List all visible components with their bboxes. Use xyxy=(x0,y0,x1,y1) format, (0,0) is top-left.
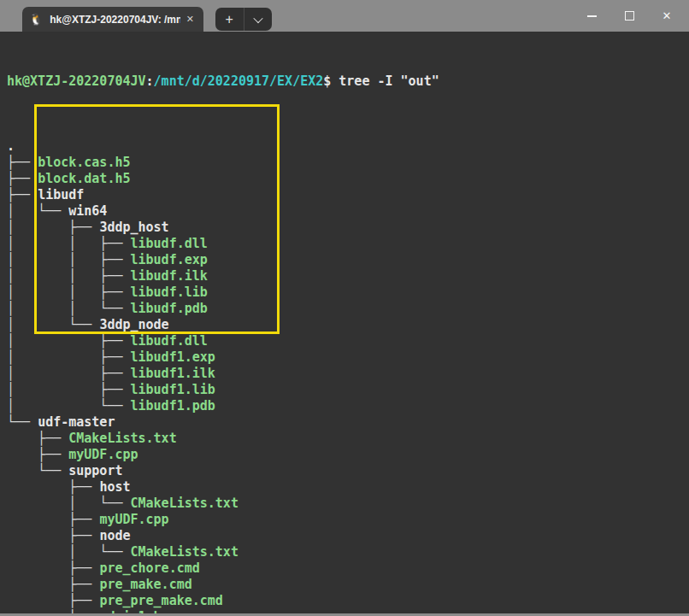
file-name: block.cas.h5 xyxy=(38,155,130,170)
close-button[interactable]: ✕ xyxy=(648,0,686,32)
maximize-button[interactable] xyxy=(610,0,648,32)
tree-line: │ │ ├── libudf.exp xyxy=(7,252,689,268)
tree-line: │ │ └── libudf.pdb xyxy=(7,301,689,317)
tree-branch: ├── xyxy=(7,187,38,202)
directory-name: udf-master xyxy=(38,414,115,430)
terminal-window: { "window": { "title_bar": { "tab_title"… xyxy=(0,0,689,616)
tree-branch: │ ├── xyxy=(7,382,131,397)
tree-line: │ └── 3ddp_node xyxy=(7,317,689,333)
tab-dropdown-button[interactable] xyxy=(244,8,273,31)
tree-line: │ └── win64 xyxy=(7,203,689,220)
tree-branch: │ ├── xyxy=(7,220,99,235)
file-name: pre_make.cmd xyxy=(99,577,191,592)
tab-close-icon[interactable]: ✕ xyxy=(184,13,197,26)
tree-line: │ └── libudf1.pdb xyxy=(7,398,689,414)
tree-line: │ └── CMakeLists.txt xyxy=(7,496,689,512)
tree-line: ├── myUDF.cpp xyxy=(7,447,689,463)
tab-actions: + xyxy=(215,8,272,31)
tree-branch: ├── xyxy=(7,155,38,170)
tree-branch: ├── xyxy=(7,512,99,527)
tree-line: │ ├── libudf1.lib xyxy=(7,382,689,398)
minimize-button[interactable] xyxy=(573,0,610,32)
tree-branch: │ └── xyxy=(7,317,99,332)
tab-title: hk@XTZJ-20220704JV: /mnt/ xyxy=(50,14,180,26)
tree-branch: └── xyxy=(7,463,68,478)
tree-line: └── udf-master xyxy=(7,414,689,431)
file-name: myUDF.cpp xyxy=(68,447,138,462)
directory-name: host xyxy=(99,479,130,495)
tree-branch: ├── xyxy=(7,528,99,543)
tree-line: │ └── CMakeLists.txt xyxy=(7,544,689,560)
new-tab-button[interactable]: + xyxy=(215,8,244,31)
tree-branch: └── xyxy=(7,414,38,430)
tree-line: ├── libudf xyxy=(7,187,689,203)
directory-name: libudf xyxy=(38,187,84,202)
tree-line: └── support xyxy=(7,463,689,479)
tree-branch: │ │ ├── xyxy=(7,236,131,251)
tree-branch: ├── xyxy=(7,171,38,186)
tree-branch: ├── xyxy=(7,431,68,446)
file-name: CMakeLists.txt xyxy=(131,544,238,560)
tree-line: │ ├── 3ddp_host xyxy=(7,220,689,236)
tree-branch: │ ├── xyxy=(7,333,131,349)
tree-branch: │ │ ├── xyxy=(7,285,131,300)
file-name: libudf.exp xyxy=(131,252,208,267)
tree-branch: │ └── xyxy=(7,398,131,414)
tree-branch: ├── xyxy=(7,560,99,576)
file-name: libudf.lib xyxy=(131,285,208,300)
tree-branch: │ │ ├── xyxy=(7,252,131,267)
file-name: libudf1.ilk xyxy=(131,366,215,381)
tree-branch: │ ├── xyxy=(7,366,131,381)
tree-line: ├── node xyxy=(7,528,689,544)
tree-line: ├── CMakeLists.txt xyxy=(7,431,689,447)
command-text: tree -I "out" xyxy=(339,73,439,89)
file-name: pre_pre_make.cmd xyxy=(99,593,223,608)
tree-branch: │ ├── xyxy=(7,349,131,365)
file-name: pre_chore.cmd xyxy=(99,560,199,576)
file-name: CMakeLists.txt xyxy=(68,431,176,446)
tree-line: │ ├── libudf1.exp xyxy=(7,349,689,366)
tree-line: │ ├── libudf.dll xyxy=(7,333,689,349)
tree-branch: │ │ └── xyxy=(7,301,131,316)
file-name: libudf.dll xyxy=(131,236,208,251)
prompt-user: hk@XTZJ-20220704JV xyxy=(7,73,146,89)
file-name: libudf1.exp xyxy=(131,349,215,365)
tree-branch: │ └── xyxy=(7,496,131,511)
tree-line: . xyxy=(7,138,689,155)
prompt-dollar: $ xyxy=(323,73,331,89)
file-name: block.dat.h5 xyxy=(38,171,130,186)
chevron-down-icon xyxy=(253,13,262,22)
tree-line: ├── host xyxy=(7,479,689,496)
file-name: libudf.dll xyxy=(131,333,208,349)
tree-line: │ │ ├── libudf.lib xyxy=(7,285,689,301)
tree-line: ├── block.cas.h5 xyxy=(7,155,689,171)
tree-line: ├── pre_chore.cmd xyxy=(7,560,689,577)
title-bar: 🐧 hk@XTZJ-20220704JV: /mnt/ ✕ + ✕ xyxy=(0,0,689,32)
directory-name: support xyxy=(68,463,122,478)
maximize-icon xyxy=(625,11,634,21)
directory-name: 3ddp_node xyxy=(99,317,168,332)
tree-output: .├── block.cas.h5├── block.dat.h5├── lib… xyxy=(7,138,689,613)
tree-branch: │ │ ├── xyxy=(7,268,131,284)
tree-line: │ │ ├── libudf.ilk xyxy=(7,268,689,285)
file-name: libudf1.pdb xyxy=(131,398,215,414)
directory-name: win64 xyxy=(68,203,107,219)
minimize-icon xyxy=(587,15,597,17)
tree-branch: ├── xyxy=(7,479,99,495)
tree-line: ├── myUDF.cpp xyxy=(7,512,689,528)
file-name: libudf.pdb xyxy=(131,301,208,316)
directory-name: node xyxy=(99,528,130,543)
terminal-content[interactable]: hk@XTZJ-20220704JV:/mnt/d/20220917/EX/EX… xyxy=(0,32,689,613)
tree-branch: ├── xyxy=(7,447,68,462)
linux-penguin-icon: 🐧 xyxy=(29,14,43,25)
tree-line: │ │ ├── libudf.dll xyxy=(7,236,689,252)
prompt-separator: : xyxy=(146,73,154,89)
tree-line: │ ├── libudf1.ilk xyxy=(7,366,689,382)
terminal-tab[interactable]: 🐧 hk@XTZJ-20220704JV: /mnt/ ✕ xyxy=(22,7,203,32)
file-name: libudf1.lib xyxy=(131,382,215,397)
tree-branch: ├── xyxy=(7,577,99,592)
tree-branch: ├── xyxy=(7,593,99,608)
command-line: hk@XTZJ-20220704JV:/mnt/d/20220917/EX/EX… xyxy=(7,73,689,90)
file-name: CMakeLists.txt xyxy=(131,496,238,511)
tree-line: ├── pre_make.cmd xyxy=(7,577,689,593)
